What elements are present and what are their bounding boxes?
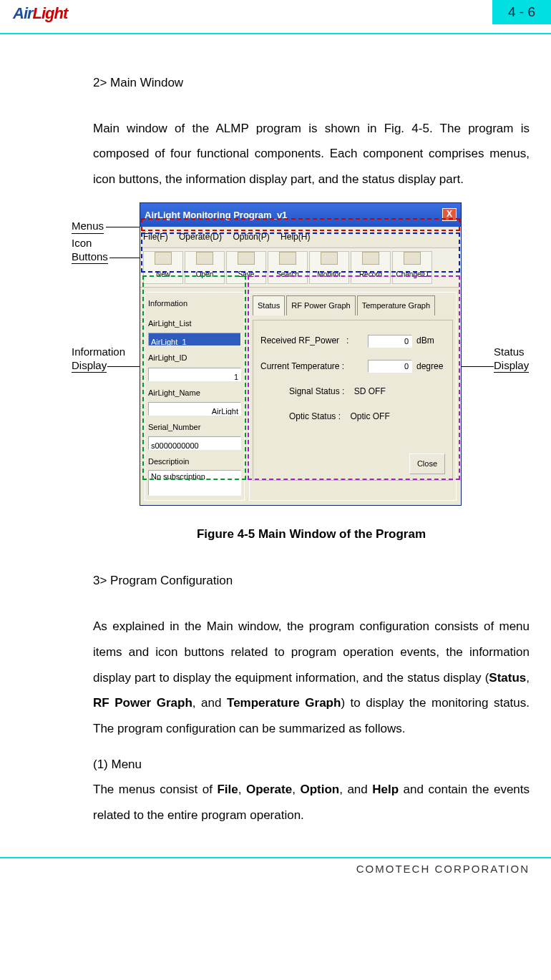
- toolbar-new-button[interactable]: New: [143, 251, 183, 284]
- menu-file[interactable]: File(F): [143, 232, 168, 242]
- section-2-paragraph: Main window of the ALMP program is shown…: [93, 116, 530, 192]
- menu-help[interactable]: Help(H): [281, 232, 310, 242]
- logo: AirLight: [13, 4, 67, 23]
- annot-status-display: Status Display: [494, 346, 529, 373]
- menu-option[interactable]: Option(P): [233, 232, 269, 242]
- optic-status-value: Optic OFF: [350, 411, 389, 421]
- tab-status[interactable]: Status: [253, 295, 285, 315]
- tab-rf-power-graph[interactable]: RF Power Graph: [286, 295, 356, 315]
- toolbar: New Open Save Search Monitor Record Chan…: [140, 248, 461, 288]
- subsection-1-paragraph: The menus consist of File, Operate, Opti…: [93, 777, 530, 828]
- rf-power-unit: dBm: [416, 332, 434, 350]
- status-panel: Status RF Power Graph Temperature Graph …: [249, 292, 457, 501]
- bold-rf: RF Power Graph: [93, 696, 192, 710]
- page-header: AirLight 4 - 6: [0, 0, 551, 33]
- app-window: AirLight Monitoring Program_v1 X File(F)…: [140, 202, 462, 506]
- close-button[interactable]: Close: [409, 454, 445, 474]
- temperature-unit: degree: [416, 358, 443, 376]
- signal-status-label: Signal Status :: [289, 386, 344, 396]
- menu-operate[interactable]: Operate(D): [179, 232, 222, 242]
- id-field[interactable]: 1: [148, 368, 241, 381]
- toolbar-open-button[interactable]: Open: [185, 251, 225, 284]
- information-panel: Information AirLight_List AirLight_1 Air…: [145, 292, 245, 501]
- close-icon[interactable]: X: [442, 208, 457, 221]
- id-label: AirLight_ID: [148, 350, 241, 366]
- temperature-row: Current Temperature : 0 degree: [260, 358, 445, 376]
- serial-label: Serial_Number: [148, 419, 241, 436]
- toolbar-save-button[interactable]: Save: [226, 251, 266, 284]
- optic-status-label: Optic Status :: [289, 411, 341, 421]
- name-label: AirLight_Name: [148, 385, 241, 401]
- menubar: File(F) Operate(D) Option(P) Help(H): [140, 227, 461, 248]
- tab-temperature-graph[interactable]: Temperature Graph: [357, 295, 435, 315]
- name-field[interactable]: AirLight: [148, 402, 241, 416]
- annot-status-display-line: [462, 366, 494, 367]
- new-icon: [155, 252, 172, 265]
- search-icon: [279, 252, 296, 265]
- monitor-icon: [321, 252, 338, 265]
- status-tabs: Status RF Power Graph Temperature Graph: [253, 295, 453, 315]
- logo-light: Light: [33, 4, 68, 22]
- figure-4-5: Menus Icon Buttons Information Display S…: [0, 202, 551, 517]
- section-3-title: 3> Program Configuration: [93, 568, 530, 594]
- toolbar-search-button[interactable]: Search: [268, 251, 308, 284]
- annot-menus-line: [106, 227, 140, 227]
- bold-temp: Temperature Graph: [227, 696, 341, 710]
- bold-status: Status: [489, 671, 526, 685]
- page: AirLight 4 - 6 2> Main Window Main windo…: [0, 0, 551, 980]
- toolbar-changeid-button[interactable]: ChangeID: [392, 251, 432, 284]
- bold-operate: Operate: [246, 783, 292, 796]
- temperature-value: 0: [368, 360, 412, 373]
- bold-help: Help: [372, 783, 399, 796]
- titlebar: AirLight Monitoring Program_v1 X: [140, 203, 461, 227]
- annot-menus: Menus: [72, 220, 104, 234]
- annot-info-display: Information Display: [72, 346, 125, 373]
- window-title: AirLight Monitoring Program_v1: [145, 205, 287, 225]
- rf-power-row: Received RF_Power : 0 dBm: [260, 332, 445, 350]
- info-group-label: Information: [148, 295, 241, 312]
- bold-file: File: [217, 783, 238, 796]
- rf-power-label: Received RF_Power :: [260, 332, 368, 350]
- annot-info-display-line: [107, 366, 140, 367]
- logo-air: Air: [13, 4, 33, 22]
- serial-field[interactable]: s0000000000: [148, 436, 241, 450]
- changeid-icon: [404, 252, 421, 265]
- figure-caption: Figure 4-5 Main Window of the Program: [93, 521, 530, 547]
- section-2-title: 2> Main Window: [93, 70, 530, 96]
- open-icon: [196, 252, 213, 265]
- desc-field[interactable]: No subscription: [148, 470, 241, 496]
- section-3-paragraph: As explained in the Main window, the pro…: [93, 614, 530, 741]
- annot-icon-buttons: Icon Buttons: [72, 237, 108, 265]
- record-icon: [362, 252, 379, 265]
- rf-power-value: 0: [368, 335, 412, 348]
- bold-option: Option: [300, 783, 339, 796]
- toolbar-record-button[interactable]: Record: [351, 251, 391, 284]
- list-label: AirLight_List: [148, 315, 241, 332]
- toolbar-monitor-button[interactable]: Monitor: [309, 251, 349, 284]
- temperature-label: Current Temperature :: [260, 358, 368, 376]
- annot-icon-buttons-line: [109, 258, 140, 258]
- save-icon: [238, 252, 255, 265]
- signal-status-row: Signal Status : SD OFF: [289, 383, 445, 401]
- subsection-1-title: (1) Menu: [93, 752, 530, 778]
- signal-status-value: SD OFF: [354, 386, 386, 396]
- list-field[interactable]: AirLight_1: [148, 333, 241, 346]
- optic-status-row: Optic Status : Optic OFF: [289, 408, 445, 426]
- desc-label: Descriptioin: [148, 454, 241, 470]
- content: 2> Main Window Main window of the ALMP p…: [0, 34, 551, 828]
- app-body: Information AirLight_List AirLight_1 Air…: [140, 288, 461, 505]
- footer-text: COMOTECH CORPORATION: [0, 858, 551, 883]
- page-number-badge: 4 - 6: [492, 0, 551, 24]
- status-body: Received RF_Power : 0 dBm Current Temper…: [253, 320, 453, 481]
